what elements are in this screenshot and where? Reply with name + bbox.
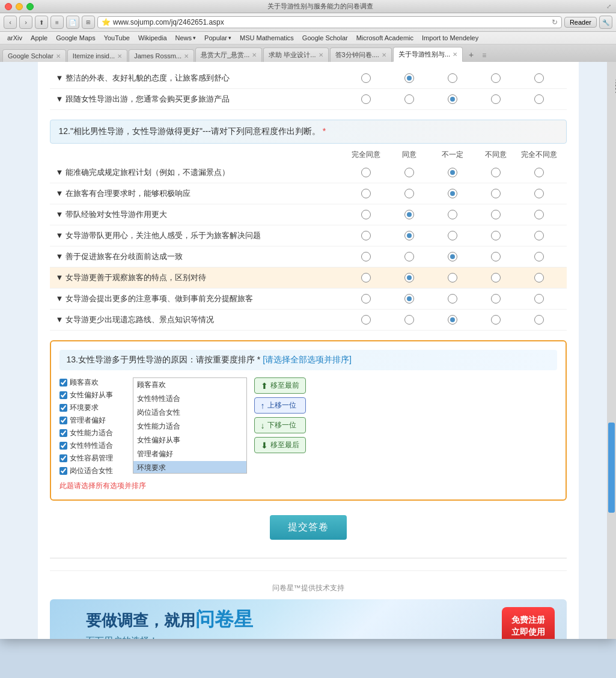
q13-list-item-4[interactable]: 女性能力适合 — [133, 420, 246, 433]
radio-q12-8-4[interactable] — [491, 315, 501, 325]
radio-q12-6-2[interactable] — [404, 273, 414, 282]
ad-cta[interactable]: 免费注册 立即使用 — [502, 607, 555, 639]
q13-list-item-6[interactable]: 管理者偏好 — [133, 447, 246, 461]
radio-q12-4-1[interactable] — [361, 231, 371, 240]
radio-q12-1-4[interactable] — [491, 168, 501, 177]
q13-list-item-5[interactable]: 女性偏好从事 — [133, 433, 246, 447]
radio-q12-2-5[interactable] — [534, 189, 544, 198]
radio-q11-1-3[interactable] — [448, 73, 457, 83]
scrollbar[interactable]: 100% — [607, 62, 616, 639]
radio-q12-8-5[interactable] — [534, 315, 544, 325]
radio-q12-6-5[interactable] — [534, 273, 544, 282]
radio-q11-2-4[interactable] — [491, 94, 501, 104]
radio-q12-7-2[interactable] — [404, 294, 414, 304]
maximize-button[interactable] — [26, 3, 34, 10]
radio-q11-2-3[interactable] — [448, 94, 457, 104]
radio-q12-8-2[interactable] — [404, 315, 414, 325]
bookmark-mendeley[interactable]: Import to Mendeley — [418, 33, 482, 43]
move-down-button[interactable]: ↓ 下移一位 — [254, 417, 306, 433]
toc-button[interactable]: 📄 — [66, 16, 79, 29]
q13-checkbox-2[interactable]: 女性偏好从事 — [59, 390, 126, 400]
radio-q12-2-3[interactable] — [448, 189, 457, 198]
q13-link[interactable]: [请选择全部选项并排序] — [263, 355, 352, 364]
q13-checkbox-6[interactable]: 女性特性适合 — [59, 441, 126, 451]
radio-q12-3-4[interactable] — [491, 210, 501, 219]
radio-q12-5-4[interactable] — [491, 252, 501, 261]
q13-list-item-7[interactable]: 环境要求 — [133, 461, 246, 474]
bookmark-popular[interactable]: Popular▾ — [201, 33, 235, 43]
tab-james[interactable]: James Rossm...✕ — [129, 49, 194, 62]
radio-q12-4-4[interactable] — [491, 231, 501, 240]
tab-da3fen[interactable]: 答3分钟问卷....✕ — [330, 47, 392, 62]
radio-q11-1-1[interactable] — [361, 73, 371, 83]
bookmark-msu[interactable]: MSU Mathematics — [236, 33, 297, 43]
radio-q12-6-1[interactable] — [361, 273, 371, 282]
radio-q12-2-1[interactable] — [361, 189, 371, 198]
radio-q12-7-5[interactable] — [534, 294, 544, 304]
radio-q12-4-5[interactable] — [534, 231, 544, 240]
radio-q11-2-5[interactable] — [534, 94, 544, 104]
radio-q12-8-1[interactable] — [361, 315, 371, 325]
move-to-top-button[interactable]: ⬆ 移至最前 — [254, 377, 306, 394]
radio-q12-7-4[interactable] — [491, 294, 501, 304]
q13-list-box[interactable]: 顾客喜欢 女性特性适合 岗位适合女性 女性能力适合 女性偏好从事 管理者偏好 环… — [133, 377, 247, 474]
minimize-button[interactable] — [16, 3, 23, 10]
q13-checkbox-4[interactable]: 管理者偏好 — [59, 415, 126, 426]
radio-q12-1-3[interactable] — [448, 168, 457, 177]
q13-list-item-1[interactable]: 顾客喜欢 — [133, 378, 246, 392]
radio-q12-5-1[interactable] — [361, 252, 371, 261]
radio-q12-2-2[interactable] — [404, 189, 414, 198]
bookmark-google-maps[interactable]: Google Maps — [52, 33, 99, 43]
tab-google-scholar[interactable]: Google Scholar✕ — [2, 49, 66, 62]
radio-q12-1-2[interactable] — [404, 168, 414, 177]
radio-q12-3-5[interactable] — [534, 210, 544, 219]
radio-q12-1-5[interactable] — [534, 168, 544, 177]
radio-q12-4-3[interactable] — [448, 231, 457, 240]
radio-q12-6-3[interactable] — [448, 273, 457, 282]
move-up-button[interactable]: ↑ 上移一位 — [254, 397, 306, 414]
radio-q12-6-4[interactable] — [491, 273, 501, 282]
radio-q12-1-1[interactable] — [361, 168, 371, 177]
move-to-bottom-button[interactable]: ⬇ 移至最后 — [254, 437, 306, 453]
radio-q12-7-1[interactable] — [361, 294, 371, 304]
radio-q12-5-2[interactable] — [404, 252, 414, 261]
back-button[interactable]: ‹ — [4, 16, 17, 29]
share-button[interactable]: ⬆ — [35, 16, 48, 29]
extensions-button[interactable]: 🔧 — [599, 16, 612, 29]
q13-list-item-2[interactable]: 女性特性适合 — [133, 392, 246, 406]
bookmark-apple[interactable]: Apple — [27, 33, 51, 43]
tab-itemize[interactable]: Itemize insid...✕ — [67, 49, 127, 62]
q13-checkbox-3[interactable]: 环境要求 — [59, 403, 126, 413]
tab-xuanshang[interactable]: 悬赏大厅_悬赏...✕ — [195, 47, 262, 62]
reload-button[interactable]: ↻ — [552, 18, 558, 26]
address-bar[interactable] — [113, 18, 549, 26]
bookmark-wikipedia[interactable]: Wikipedia — [135, 33, 171, 43]
new-tab-button[interactable]: + — [464, 47, 478, 62]
scrollbar-thumb[interactable] — [608, 423, 615, 513]
radio-q11-1-5[interactable] — [534, 73, 544, 83]
forward-button[interactable]: › — [19, 16, 32, 29]
q13-list-item-3[interactable]: 岗位适合女性 — [133, 406, 246, 420]
radio-q12-7-3[interactable] — [448, 294, 457, 304]
radio-q12-5-3[interactable] — [448, 252, 457, 261]
sidebar-button[interactable]: ≡ — [50, 16, 64, 29]
close-button[interactable] — [5, 3, 12, 10]
radio-q12-3-2[interactable] — [404, 210, 414, 219]
radio-q12-2-4[interactable] — [491, 189, 501, 198]
radio-q12-8-3[interactable] — [448, 315, 457, 325]
bookmark-news[interactable]: News▾ — [172, 33, 200, 43]
radio-q12-4-2[interactable] — [404, 231, 414, 240]
ad-banner[interactable]: 要做调查，就用问卷星 百万用户的选择！ 免费注册 立即使用 — [50, 599, 567, 639]
q13-checkbox-5[interactable]: 女性能力适合 — [59, 428, 126, 438]
radio-q11-1-4[interactable] — [491, 73, 501, 83]
radio-q11-2-1[interactable] — [361, 94, 371, 104]
tab-survey-active[interactable]: 关于导游性别与...✕ — [393, 47, 463, 62]
radio-q11-2-2[interactable] — [404, 94, 414, 104]
bookmark-microsoft-academic[interactable]: Microsoft Academic — [353, 33, 417, 43]
radio-q12-3-1[interactable] — [361, 210, 371, 219]
bookmark-google-scholar[interactable]: Google Scholar — [299, 33, 352, 43]
q13-checkbox-7[interactable]: 女性容易管理 — [59, 453, 126, 463]
q13-checkbox-1[interactable]: 顾客喜欢 — [59, 377, 126, 388]
q13-checkbox-8[interactable]: 岗位适合女性 — [59, 466, 126, 476]
tab-qiuzhu[interactable]: 求助 毕业设计...✕ — [263, 47, 328, 62]
